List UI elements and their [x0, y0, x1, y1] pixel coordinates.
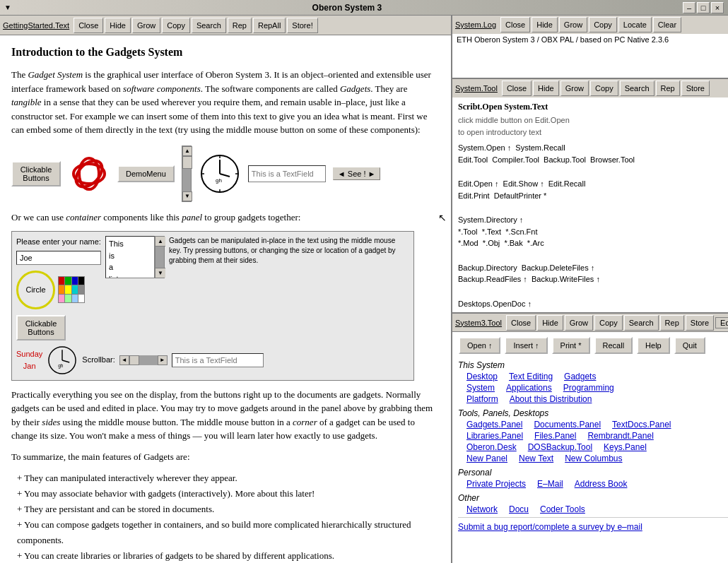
link-private-projects[interactable]: Private Projects	[466, 479, 526, 489]
link-textdocs-panel[interactable]: TextDocs.Panel	[612, 420, 671, 429]
link-platform[interactable]: Platform	[466, 394, 498, 404]
scroll-down-arrow[interactable]: ▼	[182, 191, 192, 201]
svg-line-5	[220, 174, 230, 177]
link-gadgets[interactable]: Gadgets	[564, 372, 596, 381]
insert-button[interactable]: Insert ↑	[505, 337, 547, 354]
scroll-left-arrow[interactable]: ◄	[119, 355, 129, 365]
link-docu[interactable]: Docu	[509, 504, 529, 514]
s3-store[interactable]: Store	[686, 315, 714, 331]
scroll-thumb-h[interactable]	[129, 355, 139, 365]
print-button[interactable]: Print *	[552, 337, 590, 354]
left-panel: GettingStarted.Text Close Hide Grow Copy…	[0, 16, 452, 563]
search-button[interactable]: Search	[192, 18, 226, 33]
link-applications[interactable]: Applications	[506, 383, 552, 393]
clickable-buttons-1[interactable]: ClickableButtons	[11, 161, 61, 186]
link-dosbackup[interactable]: DOSBackup.Tool	[528, 442, 592, 452]
syslog-clear[interactable]: Clear	[653, 17, 681, 32]
left-content: Introduction to the Gadgets System The G…	[0, 35, 451, 563]
hide-button[interactable]: Hide	[105, 18, 131, 33]
link-rembrandt-panel[interactable]: Rembrandt.Panel	[587, 431, 653, 441]
s3-hide[interactable]: Hide	[537, 315, 563, 331]
s3-label[interactable]: System3.Tool	[455, 319, 502, 327]
text-field-1[interactable]	[248, 165, 326, 182]
script-open-bold[interactable]: Scribt.Open System.Text	[458, 102, 548, 112]
list-item[interactable]: a	[109, 261, 151, 273]
link-about-dist[interactable]: About this Distribution	[510, 394, 592, 404]
s3-grow[interactable]: Grow	[565, 315, 593, 331]
close-button[interactable]: Close	[74, 18, 103, 33]
file-label[interactable]: GettingStarted.Text	[3, 21, 69, 30]
list-scroll-up[interactable]: ▲	[155, 237, 165, 247]
syslog-label[interactable]: System.Log	[455, 20, 496, 29]
systool-copy[interactable]: Copy	[590, 81, 618, 96]
list-item[interactable]: list	[109, 273, 151, 279]
repall-button[interactable]: RepAll	[253, 18, 286, 33]
list-box[interactable]: This is a list	[105, 236, 155, 278]
demo-menu-button[interactable]: DemoMenu	[117, 165, 175, 182]
link-email[interactable]: E–Mail	[537, 479, 563, 489]
scroll-up-arrow[interactable]: ▲	[182, 146, 192, 156]
systool-hide[interactable]: Hide	[533, 81, 559, 96]
systool-label[interactable]: System.Tool	[455, 84, 498, 93]
scrollbar-vertical-1[interactable]: ▲ ▼	[182, 146, 192, 202]
quit-button[interactable]: Quit	[674, 337, 705, 354]
systool-search[interactable]: Search	[620, 81, 654, 96]
panel-col1: Please enter your name: Circle	[16, 236, 101, 340]
link-desktop[interactable]: Desktop	[466, 372, 498, 381]
scroll-thumb[interactable]	[182, 156, 192, 169]
s3-rep[interactable]: Rep	[660, 315, 684, 331]
survey-link[interactable]: Submit a bug report/complete a survey by…	[458, 522, 642, 532]
link-files-panel[interactable]: Files.Panel	[534, 431, 576, 441]
link-new-panel[interactable]: New Panel	[466, 454, 507, 463]
list-item[interactable]: is	[109, 250, 151, 262]
help-button[interactable]: Help	[637, 337, 670, 354]
syslog-hide[interactable]: Hide	[532, 17, 558, 32]
maximize-button[interactable]: □	[697, 2, 710, 13]
recall-button[interactable]: Recall	[594, 337, 633, 354]
link-libraries-panel[interactable]: Libraries.Panel	[466, 431, 523, 441]
link-programming[interactable]: Programming	[563, 383, 614, 393]
scrollbar-horizontal[interactable]: ◄ ►	[119, 355, 168, 365]
copy-button[interactable]: Copy	[162, 18, 190, 33]
systool-rep[interactable]: Rep	[656, 81, 680, 96]
list-scroll-down[interactable]: ▼	[155, 268, 165, 278]
syslog-locate[interactable]: Locate	[618, 17, 652, 32]
list-scrollbar[interactable]: ▲ ▼	[155, 236, 165, 278]
link-keys-panel[interactable]: Keys.Panel	[604, 442, 647, 452]
link-coder-tools[interactable]: Coder Tools	[540, 504, 585, 514]
circle-button[interactable]: Circle	[16, 271, 55, 309]
clickable-buttons-2[interactable]: ClickableButtons	[16, 315, 66, 340]
systool-grow[interactable]: Grow	[560, 81, 589, 96]
systool-close[interactable]: Close	[502, 81, 532, 96]
syslog-grow[interactable]: Grow	[559, 17, 587, 32]
link-network[interactable]: Network	[466, 504, 498, 514]
systool-store[interactable]: Store	[681, 81, 710, 96]
link-new-columbus[interactable]: New Columbus	[565, 454, 622, 463]
window-menu-icon[interactable]: ▼	[4, 4, 11, 11]
see-button[interactable]: ◄ See ! ►	[333, 167, 381, 180]
svg-point-1	[71, 155, 107, 191]
link-documents-panel[interactable]: Documents.Panel	[534, 420, 601, 429]
close-window-button[interactable]: ×	[711, 2, 724, 13]
scroll-right-arrow[interactable]: ►	[158, 355, 168, 365]
minimize-button[interactable]: –	[683, 2, 695, 13]
s3-search[interactable]: Search	[624, 315, 659, 331]
link-oberon-desk[interactable]: Oberon.Desk	[466, 442, 517, 452]
s3-close[interactable]: Close	[506, 315, 536, 331]
name-input[interactable]	[16, 251, 101, 265]
store-button[interactable]: Store!	[287, 18, 317, 33]
text-field-2[interactable]	[172, 353, 264, 367]
syslog-close[interactable]: Close	[500, 17, 530, 32]
open-button[interactable]: Open ↑	[459, 337, 500, 354]
rep-button[interactable]: Rep	[228, 18, 252, 33]
link-gadgets-panel[interactable]: Gadgets.Panel	[466, 420, 522, 429]
link-system[interactable]: System	[466, 383, 495, 393]
link-new-text[interactable]: New Text	[519, 454, 553, 463]
syslog-copy[interactable]: Copy	[589, 17, 617, 32]
intro-para: The Gadget System is the graphical user …	[11, 68, 440, 137]
grow-button[interactable]: Grow	[132, 18, 160, 33]
link-address-book[interactable]: Address Book	[575, 479, 628, 489]
list-item[interactable]: This	[109, 238, 151, 250]
s3-copy[interactable]: Copy	[594, 315, 623, 331]
link-text-editing[interactable]: Text Editing	[509, 372, 553, 381]
